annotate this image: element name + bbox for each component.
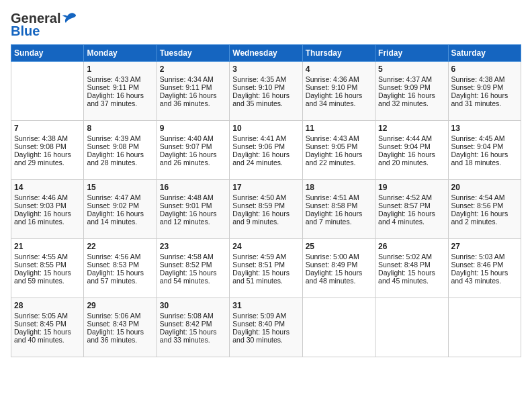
sunset-text: Sunset: 8:55 PM [14, 261, 81, 269]
sunset-text: Sunset: 8:43 PM [87, 320, 153, 328]
daylight-text: Daylight: 15 hours and 48 minutes. [306, 269, 372, 285]
day-number: 4 [306, 64, 372, 74]
sunset-text: Sunset: 9:06 PM [232, 142, 299, 150]
sunset-text: Sunset: 8:52 PM [160, 261, 226, 269]
calendar-week-1: 1Sunrise: 4:33 AMSunset: 9:11 PMDaylight… [11, 62, 521, 121]
sunrise-text: Sunrise: 5:09 AM [232, 312, 299, 320]
calendar-cell: 7Sunrise: 4:38 AMSunset: 9:08 PMDaylight… [11, 121, 84, 180]
calendar-cell: 19Sunrise: 4:52 AMSunset: 8:57 PMDayligh… [375, 180, 448, 239]
sunrise-text: Sunrise: 5:00 AM [306, 253, 372, 261]
day-number: 17 [232, 183, 299, 192]
sunset-text: Sunset: 8:40 PM [232, 320, 299, 328]
sunset-text: Sunset: 8:56 PM [451, 201, 518, 210]
calendar-cell [375, 298, 448, 357]
calendar-cell: 22Sunrise: 4:56 AMSunset: 8:53 PMDayligh… [84, 239, 157, 298]
daylight-text: Daylight: 15 hours and 33 minutes. [160, 328, 226, 344]
sunset-text: Sunset: 8:58 PM [306, 201, 372, 210]
day-number: 3 [232, 64, 299, 74]
day-number: 22 [87, 242, 153, 251]
sunrise-text: Sunrise: 4:58 AM [160, 253, 226, 261]
logo: General Blue [11, 11, 77, 39]
day-number: 25 [306, 242, 372, 251]
daylight-text: Daylight: 15 hours and 30 minutes. [232, 328, 299, 344]
calendar-cell [11, 62, 84, 121]
daylight-text: Daylight: 16 hours and 24 minutes. [232, 150, 299, 167]
logo-bird-icon [62, 12, 77, 26]
daylight-text: Daylight: 16 hours and 35 minutes. [232, 91, 299, 107]
sunrise-text: Sunrise: 4:39 AM [87, 134, 153, 142]
calendar-cell: 15Sunrise: 4:47 AMSunset: 9:02 PMDayligh… [84, 180, 157, 239]
calendar-table: SundayMondayTuesdayWednesdayThursdayFrid… [11, 44, 521, 357]
calendar-cell: 10Sunrise: 4:41 AMSunset: 9:06 PMDayligh… [230, 121, 302, 180]
calendar-week-3: 14Sunrise: 4:46 AMSunset: 9:03 PMDayligh… [11, 180, 521, 239]
sunset-text: Sunset: 9:09 PM [378, 83, 445, 91]
calendar-week-5: 28Sunrise: 5:05 AMSunset: 8:45 PMDayligh… [11, 298, 521, 357]
sunset-text: Sunset: 9:05 PM [306, 142, 372, 150]
calendar-cell: 21Sunrise: 4:55 AMSunset: 8:55 PMDayligh… [11, 239, 84, 298]
day-number: 23 [160, 242, 226, 251]
sunset-text: Sunset: 8:45 PM [14, 320, 81, 328]
daylight-text: Daylight: 15 hours and 57 minutes. [87, 269, 153, 285]
day-number: 31 [232, 301, 299, 310]
day-number: 12 [378, 124, 445, 133]
sunrise-text: Sunrise: 4:51 AM [306, 193, 372, 201]
sunrise-text: Sunrise: 4:40 AM [160, 134, 226, 142]
calendar-cell: 20Sunrise: 4:54 AMSunset: 8:56 PMDayligh… [448, 180, 521, 239]
sunset-text: Sunset: 9:02 PM [87, 201, 153, 210]
daylight-text: Daylight: 16 hours and 16 minutes. [14, 210, 81, 226]
calendar-cell: 11Sunrise: 4:43 AMSunset: 9:05 PMDayligh… [302, 121, 375, 180]
sunrise-text: Sunrise: 4:36 AM [306, 75, 372, 83]
header-cell-sunday: Sunday [11, 45, 84, 62]
day-number: 10 [232, 124, 299, 133]
daylight-text: Daylight: 16 hours and 36 minutes. [160, 91, 226, 107]
day-number: 26 [378, 242, 445, 251]
sunrise-text: Sunrise: 4:45 AM [451, 134, 518, 142]
sunrise-text: Sunrise: 4:37 AM [378, 75, 445, 83]
page-header: General Blue [11, 11, 521, 39]
sunset-text: Sunset: 8:53 PM [87, 261, 153, 269]
sunrise-text: Sunrise: 5:05 AM [14, 312, 81, 320]
sunset-text: Sunset: 9:11 PM [87, 83, 153, 91]
sunrise-text: Sunrise: 4:41 AM [232, 134, 299, 142]
sunset-text: Sunset: 9:01 PM [160, 201, 226, 210]
sunset-text: Sunset: 9:08 PM [14, 142, 81, 150]
sunrise-text: Sunrise: 4:59 AM [232, 253, 299, 261]
day-number: 20 [451, 183, 518, 192]
sunrise-text: Sunrise: 5:03 AM [451, 253, 518, 261]
day-number: 24 [232, 242, 299, 251]
day-number: 9 [160, 124, 226, 133]
day-number: 6 [451, 64, 518, 74]
sunrise-text: Sunrise: 4:38 AM [451, 75, 518, 83]
daylight-text: Daylight: 15 hours and 43 minutes. [451, 269, 518, 285]
sunrise-text: Sunrise: 4:35 AM [232, 75, 299, 83]
logo-blue-text: Blue [11, 24, 40, 39]
header-cell-wednesday: Wednesday [230, 45, 302, 62]
header-cell-saturday: Saturday [448, 45, 521, 62]
day-number: 21 [14, 242, 81, 251]
day-number: 19 [378, 183, 445, 192]
sunrise-text: Sunrise: 4:33 AM [87, 75, 153, 83]
day-number: 2 [160, 64, 226, 74]
calendar-cell: 17Sunrise: 4:50 AMSunset: 8:59 PMDayligh… [230, 180, 302, 239]
sunset-text: Sunset: 9:07 PM [160, 142, 226, 150]
daylight-text: Daylight: 16 hours and 12 minutes. [160, 210, 226, 226]
calendar-body: 1Sunrise: 4:33 AMSunset: 9:11 PMDaylight… [11, 62, 521, 357]
day-number: 28 [14, 301, 81, 310]
daylight-text: Daylight: 16 hours and 20 minutes. [378, 150, 445, 167]
sunrise-text: Sunrise: 4:54 AM [451, 193, 518, 201]
sunset-text: Sunset: 9:08 PM [87, 142, 153, 150]
sunrise-text: Sunrise: 4:50 AM [232, 193, 299, 201]
sunset-text: Sunset: 9:09 PM [451, 83, 518, 91]
calendar-cell: 31Sunrise: 5:09 AMSunset: 8:40 PMDayligh… [230, 298, 302, 357]
header-cell-tuesday: Tuesday [157, 45, 229, 62]
calendar-cell: 29Sunrise: 5:06 AMSunset: 8:43 PMDayligh… [84, 298, 157, 357]
calendar-cell: 5Sunrise: 4:37 AMSunset: 9:09 PMDaylight… [375, 62, 448, 121]
daylight-text: Daylight: 15 hours and 40 minutes. [14, 328, 81, 344]
sunrise-text: Sunrise: 4:44 AM [378, 134, 445, 142]
calendar-week-2: 7Sunrise: 4:38 AMSunset: 9:08 PMDaylight… [11, 121, 521, 180]
daylight-text: Daylight: 16 hours and 4 minutes. [378, 210, 445, 226]
daylight-text: Daylight: 15 hours and 54 minutes. [160, 269, 226, 285]
day-number: 18 [306, 183, 372, 192]
sunrise-text: Sunrise: 4:48 AM [160, 193, 226, 201]
calendar-cell: 24Sunrise: 4:59 AMSunset: 8:51 PMDayligh… [230, 239, 302, 298]
